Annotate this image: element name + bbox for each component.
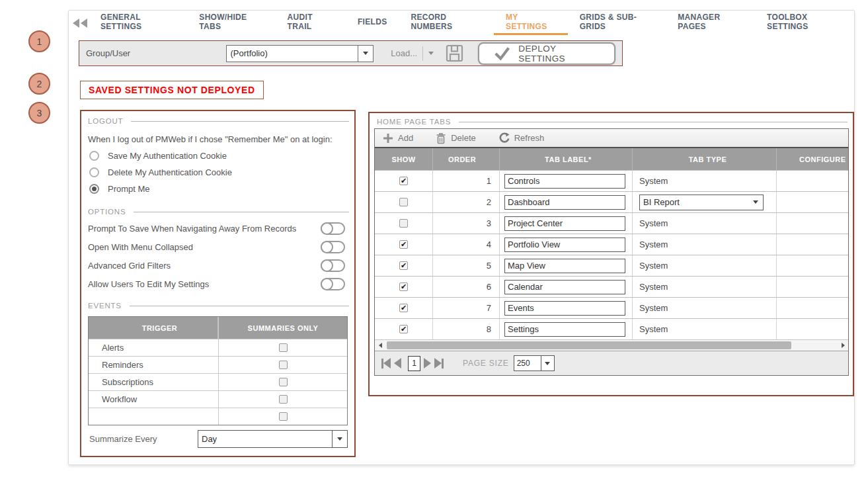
scroll-left-button[interactable]: [375, 340, 385, 351]
summaries-only-checkbox[interactable]: [279, 395, 288, 404]
show-checkbox[interactable]: [399, 325, 408, 333]
toggle-switch[interactable]: [321, 222, 345, 235]
grid-row: 6System: [375, 276, 848, 297]
configure-cell: [777, 213, 848, 234]
tab-type-cell: BI Report: [633, 192, 777, 212]
refresh-icon: [498, 132, 510, 144]
tab-my-settings[interactable]: MY SETTINGS: [494, 11, 568, 35]
divider: [422, 46, 423, 61]
radio-button[interactable]: [89, 151, 99, 161]
toggle-switch[interactable]: [321, 278, 345, 290]
option-row-advanced-grid-filters: Advanced Grid Filters: [88, 257, 345, 275]
logout-option-save-my-authentication-cookie[interactable]: Save My Authentication Cookie: [89, 148, 349, 164]
show-checkbox[interactable]: [399, 240, 408, 249]
annotation-marker-1: 1: [28, 30, 50, 52]
page-size-select[interactable]: 250: [514, 355, 555, 371]
summaries-only-checkbox[interactable]: [279, 361, 288, 369]
tab-label-input[interactable]: [504, 195, 625, 210]
tab-scroll-left-button[interactable]: [73, 19, 87, 28]
configure-cell: [777, 319, 848, 339]
toggle-knob: [321, 278, 333, 290]
tab-label-input[interactable]: [504, 301, 625, 316]
logout-option-prompt-me[interactable]: Prompt Me: [89, 181, 349, 197]
deploy-warning-banner: SAVED SETTINGS NOT DEPLOYED: [80, 81, 264, 99]
option-label: Prompt To Save When Navigating Away From…: [88, 224, 321, 234]
tab-fields[interactable]: FIELDS: [346, 11, 399, 35]
show-checkbox[interactable]: [399, 177, 408, 185]
trigger-cell: [89, 408, 218, 425]
previous-page-button[interactable]: [394, 358, 401, 369]
save-button[interactable]: [446, 44, 463, 62]
events-table-row: Alerts: [89, 339, 347, 356]
show-checkbox[interactable]: [399, 304, 408, 312]
tab-label-cell: [500, 277, 633, 297]
toggle-switch[interactable]: [321, 259, 345, 272]
show-cell: [375, 192, 433, 212]
tab-toolbox-settings[interactable]: TOOLBOX SETTINGS: [755, 11, 854, 35]
tab-type-value: System: [639, 303, 668, 313]
summarize-every-select[interactable]: Day: [198, 430, 348, 448]
dropdown-button[interactable]: [332, 431, 347, 447]
horizontal-scrollbar[interactable]: [375, 339, 848, 351]
tab-manager-pages[interactable]: MANAGER PAGES: [666, 11, 755, 35]
show-checkbox[interactable]: [399, 283, 408, 291]
show-checkbox[interactable]: [399, 219, 408, 228]
tab-label-input[interactable]: [504, 238, 625, 252]
tab-type-cell: System: [633, 171, 777, 191]
summaries-only-checkbox[interactable]: [279, 412, 288, 421]
tab-grids-sub-grids[interactable]: GRIDS & SUB-GRIDS: [568, 11, 666, 35]
radio-label: Save My Authentication Cookie: [108, 151, 227, 161]
tab-type-select[interactable]: BI Report: [639, 195, 764, 210]
summaries-only-column-header: SUMMARIES ONLY: [218, 317, 347, 339]
first-page-button[interactable]: [381, 358, 391, 369]
toggle-switch[interactable]: [321, 241, 345, 253]
grid-row: 4System: [375, 234, 848, 255]
dropdown-button[interactable]: [541, 356, 554, 370]
add-button[interactable]: Add: [383, 133, 413, 144]
summaries-only-checkbox[interactable]: [279, 343, 288, 352]
summaries-only-checkbox[interactable]: [279, 378, 288, 386]
order-cell: 5: [433, 255, 500, 276]
toggle-knob: [321, 259, 333, 272]
scrollbar-track[interactable]: [385, 340, 838, 351]
tab-label-input[interactable]: [504, 216, 625, 231]
tab-label-input[interactable]: [504, 322, 625, 337]
load-split-button[interactable]: Load...: [391, 46, 434, 61]
configure-cell: [777, 298, 848, 318]
group-user-select[interactable]: (Portfolio): [226, 45, 374, 62]
triangle-right-icon: [842, 343, 845, 348]
last-page-button[interactable]: [434, 358, 444, 369]
home-page-tabs-panel: HOME PAGE TABS Add: [368, 112, 854, 396]
dropdown-button[interactable]: [358, 46, 373, 62]
radio-button[interactable]: [89, 167, 99, 177]
next-page-button[interactable]: [424, 358, 431, 369]
tab-audit-trail[interactable]: AUDIT TRAIL: [276, 11, 346, 35]
events-table-header: TRIGGER SUMMARIES ONLY: [89, 317, 347, 339]
tab-label-input[interactable]: [504, 259, 625, 273]
tab-type-value: System: [639, 240, 668, 249]
scrollbar-thumb[interactable]: [387, 341, 791, 349]
tab-record-numbers[interactable]: RECORD NUMBERS: [399, 11, 494, 35]
show-checkbox[interactable]: [399, 261, 408, 270]
logout-option-delete-my-authentication-cookie[interactable]: Delete My Authentication Cookie: [89, 164, 349, 181]
delete-button[interactable]: Delete: [436, 132, 476, 144]
radio-button[interactable]: [89, 184, 99, 194]
column-header-configure: CONFIGURE: [777, 148, 848, 170]
tab-general-settings[interactable]: GENERAL SETTINGS: [89, 11, 187, 35]
current-page-box[interactable]: 1: [408, 356, 420, 371]
grid-scroll-area: SHOWORDERTAB LABEL*TAB TYPECONFIGURE 1Sy…: [375, 148, 848, 339]
page-size-label: PAGE SIZE: [463, 359, 509, 368]
chevron-down-icon: [337, 437, 342, 441]
column-header-tab-type: TAB TYPE: [633, 148, 777, 170]
tab-show-hide-tabs[interactable]: SHOW/HIDE TABS: [187, 11, 275, 35]
deploy-settings-label: DEPLOY SETTINGS: [518, 44, 600, 64]
tab-type-value: BI Report: [643, 197, 753, 207]
show-cell: [375, 319, 433, 339]
tab-label-input[interactable]: [504, 174, 625, 189]
tab-label-input[interactable]: [504, 280, 625, 294]
show-checkbox[interactable]: [399, 198, 408, 206]
refresh-button[interactable]: Refresh: [498, 132, 545, 144]
tab-type-cell: System: [633, 319, 777, 339]
deploy-settings-button[interactable]: DEPLOY SETTINGS: [478, 42, 615, 65]
scroll-right-button[interactable]: [838, 340, 848, 351]
